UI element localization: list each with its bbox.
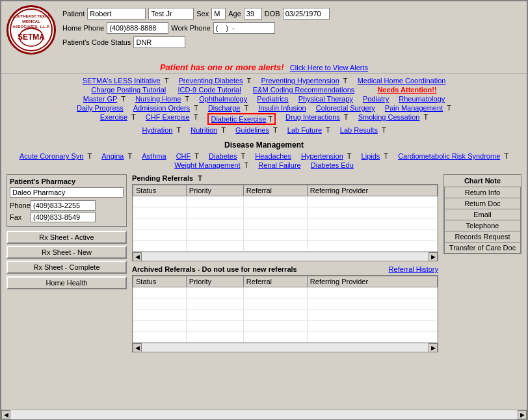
nav-podiatry[interactable]: Podiatry — [363, 95, 389, 103]
nav-angina[interactable]: Angina — [101, 152, 124, 160]
nav-headaches[interactable]: Headaches — [255, 152, 291, 160]
transfer-of-care-button[interactable]: Transfer of Care Doc — [444, 243, 521, 254]
nav-insulin-infusion[interactable]: Insulin Infusion — [258, 104, 306, 112]
nav-acute-coronary[interactable]: Acute Coronary Syn — [20, 152, 83, 160]
pending-table-scrollbar: ◀ ▶ — [133, 252, 438, 261]
first-name-input[interactable] — [87, 8, 146, 20]
nav-preventing-diabetes[interactable]: Preventing Diabetes — [179, 77, 243, 85]
logo-circle: SOUTHEAST TEXAS MEDICAL ASSOCIATES, L.L.… — [7, 5, 56, 55]
nav-daily-progress[interactable]: Daily Progress — [77, 104, 124, 112]
nav-renal-failure[interactable]: Renal Failure — [258, 161, 300, 169]
disease-row-1: Acute Coronary Syn T Angina T Asthma CHF… — [7, 152, 521, 160]
archived-table-scrollbar: ◀ ▶ — [133, 343, 438, 352]
sex-input[interactable] — [211, 8, 226, 20]
archived-referrals-table-container: Status Priority Referral Referring Provi… — [132, 275, 438, 352]
nav-row-1: SETMA's LESS Initiative T Preventing Dia… — [7, 77, 521, 85]
nav-smoking-cessation[interactable]: Smoking Cessation — [358, 113, 420, 125]
table-row — [133, 241, 438, 252]
nav-cardiometabolic[interactable]: Cardiometabolic Risk Syndrome — [398, 152, 500, 160]
nav-che[interactable]: CHF — [176, 152, 191, 160]
nav-preventing-hypertension[interactable]: Preventing Hypertension — [261, 77, 339, 85]
col-priority: Priority — [186, 185, 243, 196]
nav-asthma[interactable]: Asthma — [142, 152, 166, 160]
nav-master-gp[interactable]: Master GP — [83, 95, 118, 103]
table-row — [133, 230, 438, 241]
nav-physical-therapy[interactable]: Physical Therapy — [298, 95, 353, 103]
archived-scroll-left[interactable]: ◀ — [133, 343, 142, 352]
nav-chf-exercise[interactable]: CHF Exercise — [146, 113, 190, 125]
pharmacy-name-input[interactable] — [10, 187, 124, 198]
scroll-track[interactable] — [142, 252, 429, 261]
archived-link[interactable]: Referral History — [389, 265, 438, 273]
nav-diabetic-exercise[interactable]: Diabetic Exercise — [211, 115, 266, 123]
nav-exercise[interactable]: Exercise — [100, 113, 127, 125]
nav-guidelines[interactable]: Guidelines — [235, 126, 269, 134]
pharmacy-phone-row: Phone — [10, 200, 124, 211]
scroll-left-arrow[interactable]: ◀ — [133, 252, 142, 261]
rx-complete-button[interactable]: Rx Sheet - Complete — [7, 261, 127, 274]
nav-hypertension[interactable]: Hypertension — [301, 152, 343, 160]
nav-row-3: Master GP T Nursing Home T Ophthalmology… — [7, 95, 521, 103]
nav-pediatrics[interactable]: Pediatrics — [257, 95, 288, 103]
archived-referrals-table: Status Priority Referral Referring Provi… — [133, 276, 438, 343]
alert-link[interactable]: Click Here to View Alerts — [290, 64, 368, 72]
telephone-button[interactable]: Telephone — [444, 220, 521, 231]
nav-needs-attention[interactable]: Needs Attention!! — [377, 86, 436, 94]
archived-scroll-track[interactable] — [142, 343, 429, 352]
code-status-input[interactable] — [133, 36, 185, 48]
nav-em-coding[interactable]: E&M Coding Recommendations — [253, 86, 355, 94]
last-name-input[interactable] — [148, 8, 194, 20]
dob-label: DOB — [265, 10, 280, 18]
nav-lipids[interactable]: Lipids — [362, 152, 380, 160]
bottom-scroll-track[interactable] — [10, 410, 518, 419]
nav-admission-orders[interactable]: Admission Orders — [133, 104, 190, 112]
col-referral: Referral — [243, 185, 307, 196]
pending-flag: T — [198, 174, 202, 182]
fax-label: Fax — [10, 213, 28, 221]
nav-pain-management[interactable]: Pain Management — [385, 104, 443, 112]
nav-discharge[interactable]: Discharge — [208, 104, 241, 112]
age-input[interactable] — [244, 8, 262, 20]
home-health-button[interactable]: Home Health — [7, 276, 127, 289]
pharmacy-phone-input[interactable] — [31, 200, 96, 211]
main-window: SOUTHEAST TEXAS MEDICAL ASSOCIATES, L.L.… — [0, 0, 528, 420]
nav-hydration[interactable]: Hydration — [142, 126, 172, 134]
nav-charge-posting[interactable]: Charge Posting Tutorial — [91, 86, 166, 94]
home-phone-input[interactable] — [107, 22, 168, 34]
nav-nursing-home[interactable]: Nursing Home — [135, 95, 181, 103]
nav-diabetes-edu[interactable]: Diabetes Edu — [311, 161, 354, 169]
nav-lab-results[interactable]: Lab Results — [340, 126, 378, 134]
nav-ophthalmology[interactable]: Ophthalmology — [199, 95, 247, 103]
archived-scroll-right[interactable]: ▶ — [429, 343, 438, 352]
svg-text:SOUTHEAST TEXAS: SOUTHEAST TEXAS — [12, 14, 51, 18]
email-button[interactable]: Email — [444, 209, 521, 220]
nav-icd9[interactable]: ICD-9 Code Tutorial — [178, 86, 241, 94]
pending-table-body — [133, 196, 438, 252]
nav-rheumatology[interactable]: Rheumatology — [399, 95, 445, 103]
content-area: Patient's Pharmacy Phone Fax Rx Sheet - … — [1, 172, 527, 358]
dob-input[interactable] — [283, 8, 330, 20]
col-status-arch: Status — [133, 276, 187, 287]
nav-medical-home[interactable]: Medical Home Coordination — [358, 77, 446, 85]
nav-row-1b: Charge Posting Tutorial ICD-9 Code Tutor… — [7, 86, 521, 94]
rx-active-button[interactable]: Rx Sheet - Active — [7, 231, 127, 244]
nav-weight-management[interactable]: Weight Management — [174, 161, 240, 169]
rx-new-button[interactable]: Rx Sheet - New — [7, 246, 127, 259]
nav-nutrition[interactable]: Nutrition — [191, 126, 217, 134]
nav-less-initiative[interactable]: SETMA's LESS Initiative — [83, 77, 161, 85]
table-row — [133, 309, 438, 321]
work-phone-input[interactable] — [213, 22, 275, 34]
nav-drug-interactions[interactable]: Drug Interactions — [285, 113, 340, 125]
nav-lab-future[interactable]: Lab Future — [287, 126, 322, 134]
alert-section: Patient has one or more alerts! Click He… — [1, 60, 527, 73]
bottom-scroll-left[interactable]: ◀ — [1, 410, 10, 419]
scroll-right-arrow[interactable]: ▶ — [429, 252, 438, 261]
pharmacy-fax-input[interactable] — [31, 212, 96, 222]
return-doc-button[interactable]: Return Doc — [444, 198, 521, 209]
nav-diabetes[interactable]: Diabetes — [209, 152, 237, 160]
records-request-button[interactable]: Records Request — [444, 231, 521, 243]
return-info-button[interactable]: Return Info — [444, 187, 521, 198]
nav-colorectal-surgery[interactable]: Colorectal Surgery — [316, 104, 375, 112]
table-row — [133, 298, 438, 309]
bottom-scroll-right[interactable]: ▶ — [518, 410, 527, 419]
